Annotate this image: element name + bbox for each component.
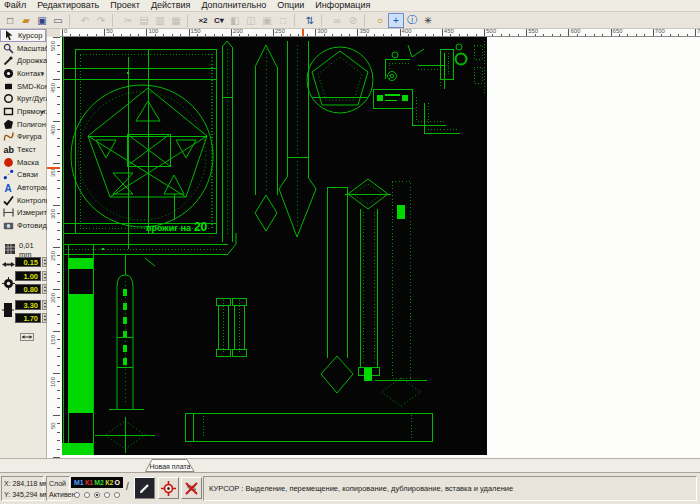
tool-circle-arc[interactable]: Круг/Дуга [0,92,46,105]
tab-new-board[interactable]: Новая плата [145,459,195,472]
tool-track[interactable]: Дорожка [0,54,46,67]
tool-mask[interactable]: Маска [0,156,46,169]
ruler-tick [298,34,299,36]
layer-radio-К2[interactable] [104,492,110,498]
save-button[interactable]: ▣ [34,13,50,28]
menu-2[interactable]: Редактировать [37,0,99,11]
chevron-down-icon[interactable]: ▾ [41,108,44,115]
ruler-tick [231,29,232,36]
toolbar-separator [112,14,118,27]
smd-width-value[interactable]: 3.30 [15,300,41,310]
layer-panel-labels: Слой Активен [46,476,70,501]
connections-icon [3,169,15,180]
tool-pad[interactable]: Контакт▾ [0,67,46,80]
ruler-tick [383,34,384,36]
stretch-icon[interactable] [20,327,34,345]
duplicate-button[interactable]: ×2 [195,13,211,28]
ruler-tick [433,34,434,36]
paste-button[interactable]: ▥ [152,13,168,28]
rotate-button[interactable]: C▾ [211,13,227,28]
layer-chip-М1[interactable]: М1 [74,478,84,488]
ruler-tick [53,37,60,38]
ruler-tick [53,121,60,122]
copy-button[interactable]: ▤ [136,13,152,28]
pen-icon [138,482,151,495]
mirror-vertical-button[interactable]: ◫ [243,13,259,28]
ruler-tick [653,29,654,36]
pad-inner-value[interactable]: 0.80 [15,284,41,294]
zoom-button[interactable]: ○ [372,13,388,28]
link-button[interactable]: ∞ [329,13,345,28]
menu-1[interactable]: Файл [4,0,26,11]
layer-chip-М2[interactable]: М2 [94,478,104,488]
menu-4[interactable]: Действия [151,0,190,11]
tool-connections[interactable]: Связи [0,169,46,182]
new-file-button[interactable]: □ [2,13,18,28]
layer-radio-О[interactable] [114,492,120,498]
align-button[interactable]: ⇅ [302,13,318,28]
delete-button[interactable]: ▦ [168,13,184,28]
tool-measure[interactable]: Измеритель [0,207,46,220]
tool-control[interactable]: Контроль [0,194,46,207]
track-width-value[interactable]: 0.15 [15,257,41,267]
undo-button[interactable]: ↶ [77,13,93,28]
tool-text[interactable]: abТекст [0,143,46,156]
unlink-button[interactable]: ⊘ [345,13,361,28]
ruler-label: 200 [50,293,56,303]
layer-radio-М2[interactable] [94,492,100,498]
ruler-tick [627,34,628,36]
pad-outer-value[interactable]: 1.00 [15,271,41,281]
menu-7[interactable]: Информация [315,0,370,11]
layer-strip: М1К1М2К2О [71,477,123,488]
ruler-tick [222,34,223,36]
autoroute-icon: A [3,182,15,193]
ruler-tick [155,34,156,36]
pad-icon [3,68,15,79]
crosshair-button[interactable] [158,477,179,499]
ruler-tick [400,29,401,36]
group-button[interactable]: ▣ [259,13,275,28]
board-background [62,37,487,455]
menu-6[interactable]: Опции [277,0,304,11]
ruler-tick [408,34,409,36]
tool-polygon[interactable]: Полигон [0,118,46,131]
layer-chip-О[interactable]: О [115,478,120,488]
mirror-horizontal-button[interactable]: ◧ [227,13,243,28]
tool-smd-pad[interactable]: SMD-Контакт [0,80,46,93]
layer-chip-К1[interactable]: К1 [85,478,93,488]
cancel-connections-button[interactable] [181,477,202,499]
ruler-tick [121,34,122,36]
ruler-tick [113,34,114,36]
menu-5[interactable]: Дополнительно [201,0,266,11]
ungroup-button[interactable]: □ [275,13,291,28]
layer-radio-К1[interactable] [84,492,90,498]
snap-cursor-button[interactable]: + [388,13,404,28]
layer-chip-К2[interactable]: К2 [105,478,113,488]
draw-mode-button[interactable] [134,477,155,499]
layer-radio-М1[interactable] [74,492,80,498]
ruler-tick [585,34,586,36]
ruler-label: 550 [528,29,538,34]
smd-height-value[interactable]: 1.70 [15,313,41,323]
pcb-canvas[interactable]: прожиг на20 [60,37,700,458]
tool-rectangle[interactable]: Прямоуг.▾ [0,105,46,118]
print-button[interactable]: ▭ [50,13,66,28]
open-file-button[interactable]: ▰ [18,13,34,28]
ruler-tick [189,29,190,36]
cut-button[interactable]: ✂ [120,13,136,28]
tool-shape[interactable]: Фигура [0,131,46,144]
chevron-down-icon[interactable]: ▾ [41,70,44,77]
info-button[interactable]: ⓘ [404,13,420,28]
redo-button[interactable]: ↷ [93,13,109,28]
ruler-tick [636,34,637,36]
tool-photoview[interactable]: Фотовид [0,219,46,232]
polygon-icon [3,119,15,130]
tool-cursor[interactable]: Курсор [0,29,46,42]
tool-autoroute[interactable]: AАвтотрасса [0,181,46,194]
vertical-ruler: 500450400350300250200150100500 [47,37,61,458]
tool-magnifier[interactable]: Масштаб [0,42,46,55]
settings-button[interactable]: ✳ [420,13,436,28]
menu-3[interactable]: Проект [110,0,140,11]
svg-text:ab: ab [4,145,15,155]
cursor-y-marker [47,167,60,169]
